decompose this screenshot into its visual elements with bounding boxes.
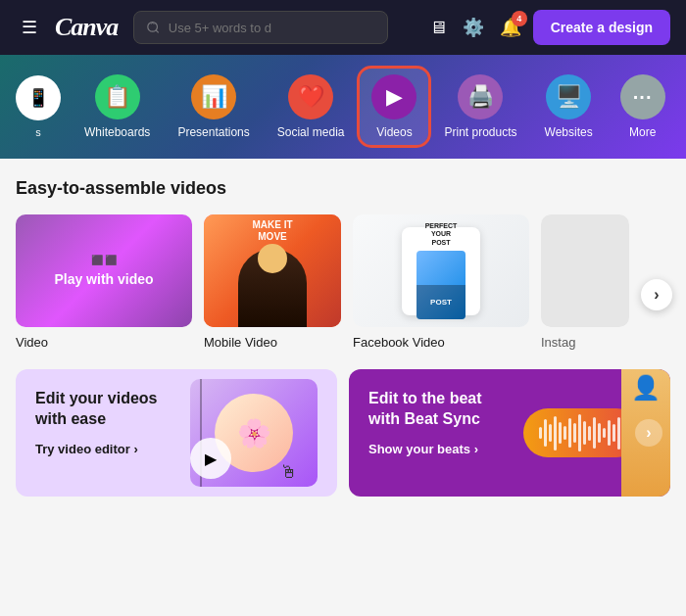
promo-chevron-right-icon: › [646,424,651,442]
category-item-presentations[interactable]: 📊 Presentations [166,69,261,145]
notification-badge: 4 [512,11,527,26]
websites-icon-circle: 🖥️ [546,74,591,119]
search-input[interactable] [169,21,376,35]
videos-label: Videos [376,125,412,139]
create-design-button[interactable]: Create a design [533,10,670,45]
video-card-facebook[interactable]: PERFECTYOURPOST POST Facebook Video [353,214,529,350]
promo-right-title: Edit to the beat with Beat Sync [368,389,506,430]
social-media-label: Social media [277,125,345,139]
svg-line-1 [156,30,159,33]
video-card-mobile[interactable]: MAKE ITMOVE Mobile Video [204,214,341,350]
header: ☰ Canva 🖥 ⚙️ 🔔 4 Create a design [0,0,686,55]
presentations-icon-circle: 📊 [191,74,236,119]
social-media-icon-circle: ❤️ [288,74,333,119]
category-item-whiteboards[interactable]: 📋 Whiteboards [73,69,162,145]
category-item-videos[interactable]: ▶ Videos [360,69,428,145]
whiteboards-icon-circle: 📋 [95,74,140,119]
promo-card-video-editor[interactable]: Edit your videos with ease Try video edi… [16,369,337,497]
category-item-websites[interactable]: 🖥️ Websites [533,69,605,145]
partial-label: s [35,126,41,138]
person-image: MAKE ITMOVE [204,214,341,327]
category-item-print[interactable]: 🖨️ Print products [432,69,528,145]
sidebar-item-partial[interactable]: 📱 s [8,70,69,144]
videos-icon-circle: ▶ [371,74,416,119]
notification-icon[interactable]: 🔔 4 [500,17,521,38]
mobile-card-label: Mobile Video [204,335,341,350]
svg-point-0 [148,23,158,32]
main-content: Easy-to-assemble videos ⬛ ⬛ Play with vi… [0,159,686,616]
category-item-more[interactable]: ··· More [609,69,677,145]
more-label: More [629,125,656,139]
promo-left-link[interactable]: Try video editor › [35,442,318,456]
more-icon-circle: ··· [620,74,665,119]
presentations-label: Presentations [177,125,249,139]
video-card-instagram[interactable]: Instag [541,214,629,350]
logo: Canva [55,13,118,42]
promo-cards-row: Edit your videos with ease Try video edi… [16,369,670,497]
category-nav: 📱 s 📋 Whiteboards 📊 Presentations ❤️ Soc… [0,55,686,159]
facebook-thumbnail: PERFECTYOURPOST POST [353,214,529,327]
whiteboards-label: Whiteboards [84,125,150,139]
instagram-card-label: Instag [541,335,629,350]
instagram-thumbnail [541,214,629,327]
chevron-right-icon: › [654,286,659,304]
search-icon [146,20,160,35]
promo-next-arrow[interactable]: › [635,419,662,447]
category-item-social-media[interactable]: ❤️ Social media [266,69,357,145]
print-label: Print products [444,125,516,139]
promo-right-link[interactable]: Show your beats › [368,442,651,456]
section-title: Easy-to-assemble videos [16,178,670,199]
video-thumbnail: ⬛ ⬛ Play with video [16,214,192,327]
video-card-label: Video [16,335,192,350]
promo-left-title: Edit your videos with ease [35,389,172,430]
monitor-icon[interactable]: 🖥 [429,18,447,38]
mobile-thumbnail: MAKE ITMOVE [204,214,341,327]
facebook-card-label: Facebook Video [353,335,529,350]
hamburger-icon[interactable]: ☰ [16,11,43,44]
header-icons: 🖥 ⚙️ 🔔 4 [429,17,521,38]
video-cards-row: ⬛ ⬛ Play with video Video MAKE ITMOVE Mo… [16,214,670,350]
video-card-text: ⬛ ⬛ Play with video [33,254,174,288]
print-icon-circle: 🖨️ [458,74,503,119]
websites-label: Websites [545,125,593,139]
video-card-video[interactable]: ⬛ ⬛ Play with video Video [16,214,192,350]
promo-card-beat-sync[interactable]: Edit to the beat with Beat Sync Show you… [349,369,670,497]
search-bar[interactable] [133,11,388,44]
cards-next-arrow[interactable]: › [641,279,672,310]
settings-icon[interactable]: ⚙️ [463,17,484,38]
partial-icon: 📱 [16,75,61,120]
cursor-icon: 🖱 [280,462,298,483]
